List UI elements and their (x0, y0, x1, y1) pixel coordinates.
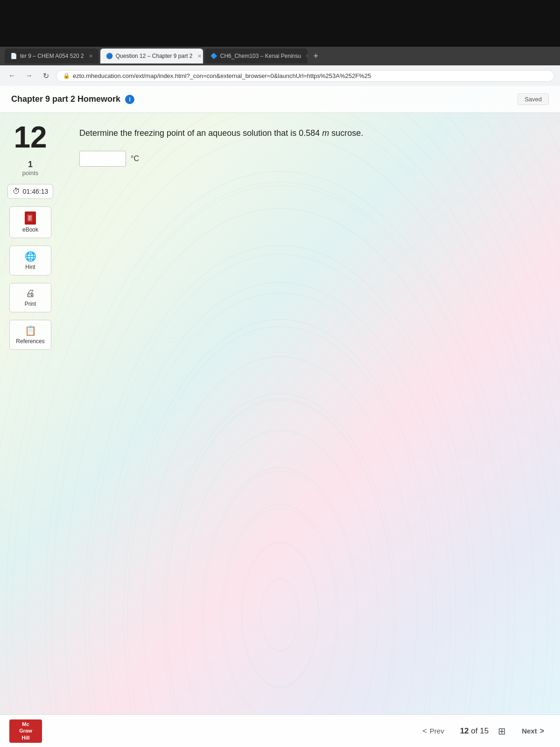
hint-label: Hint (25, 264, 35, 270)
timer-value: 01:46:13 (23, 188, 49, 195)
logo-line2: Graw (19, 727, 32, 734)
unit-label: °C (131, 155, 139, 163)
prev-label: Prev (430, 727, 444, 735)
tab3-close[interactable]: ✕ (306, 53, 308, 59)
logo-line1: Mc (22, 721, 29, 727)
prev-chevron-icon: < (422, 727, 427, 735)
question-area: Determine the freezing point of an aqueo… (61, 113, 560, 359)
page-header: Chapter 9 part 2 Homework i Saved (0, 86, 560, 113)
points-label: points (22, 169, 39, 176)
tab3-label: CH6_Chem103 – Kenai Peninsu (220, 53, 301, 59)
current-page: 12 (460, 726, 469, 735)
grid-view-icon[interactable]: ⊞ (498, 726, 506, 737)
hint-button[interactable]: 🌐 Hint (9, 246, 51, 275)
back-button[interactable]: ← (6, 69, 19, 82)
timer-icon: ⏱ (13, 187, 20, 196)
address-bar: ← → ↻ 🔒 ezto.mheducation.com/ext/map/ind… (0, 65, 560, 86)
question-text-part2: sucrose. (329, 128, 363, 138)
prev-button[interactable]: < Prev (416, 723, 450, 739)
browser-tab-2[interactable]: 🔵 Question 12 – Chapter 9 part 2 ✕ (100, 49, 203, 63)
references-icon: 📋 (25, 325, 36, 336)
saved-badge: Saved (518, 93, 549, 105)
points-info: 1 points (22, 160, 39, 176)
info-icon[interactable]: i (125, 95, 134, 104)
hint-icon: 🌐 (25, 251, 36, 262)
next-label: Next (522, 727, 537, 735)
content-area: 12 1 points ⏱ 01:46:13 (0, 113, 560, 359)
pagination-area: < Prev 12 of 15 ⊞ Next > (416, 723, 551, 739)
address-text: ezto.mheducation.com/ext/map/index.html?… (73, 72, 371, 79)
address-field[interactable]: 🔒 ezto.mheducation.com/ext/map/index.htm… (56, 70, 554, 82)
ebook-label: eBook (22, 226, 38, 233)
browser-tab-3[interactable]: 🔷 CH6_Chem103 – Kenai Peninsu ✕ (205, 49, 308, 63)
main-content: Chapter 9 part 2 Homework i Saved 12 1 p… (0, 86, 560, 747)
ebook-icon (25, 211, 36, 225)
logo-line3: Hill (21, 734, 29, 741)
total-pages: 15 (480, 726, 489, 735)
print-button[interactable]: 🖨 Print (9, 283, 51, 312)
tab2-icon: 🔵 (106, 53, 113, 59)
footer-bar: Mc Graw Hill < Prev 12 of 15 ⊞ Next > (0, 714, 560, 747)
tab1-icon: 📄 (10, 53, 17, 59)
print-icon: 🖨 (26, 288, 35, 299)
answer-input[interactable] (79, 151, 126, 167)
points-value: 1 (22, 160, 39, 169)
tab1-close[interactable]: ✕ (89, 53, 93, 59)
lock-icon: 🔒 (63, 72, 70, 79)
browser-tab-1[interactable]: 📄 ter 9 – CHEM A054 520 2 ✕ (5, 49, 98, 63)
tab3-icon: 🔷 (210, 53, 217, 59)
tab-bar: 📄 ter 9 – CHEM A054 520 2 ✕ 🔵 Question 1… (0, 47, 560, 65)
print-label: Print (25, 301, 36, 307)
page-title-area: Chapter 9 part 2 Homework i (11, 94, 134, 104)
next-button[interactable]: Next > (515, 723, 551, 739)
page-counter: 12 of 15 (460, 726, 489, 736)
add-tab-button[interactable]: + (309, 49, 322, 63)
timer-badge: ⏱ 01:46:13 (7, 184, 54, 199)
tab2-close[interactable]: ✕ (197, 53, 202, 59)
ebook-button[interactable]: eBook (9, 206, 51, 238)
references-button[interactable]: 📋 References (9, 320, 51, 350)
browser-chrome: 📄 ter 9 – CHEM A054 520 2 ✕ 🔵 Question 1… (0, 47, 560, 86)
tab1-label: ter 9 – CHEM A054 520 2 (20, 53, 84, 59)
next-chevron-icon: > (540, 727, 544, 735)
question-text-italic: m (322, 128, 329, 138)
answer-row: °C (79, 151, 541, 167)
question-text-part1: Determine the freezing point of an aqueo… (79, 128, 322, 138)
references-label: References (16, 338, 44, 345)
tab2-label: Question 12 – Chapter 9 part 2 (116, 53, 193, 59)
of-word: of (471, 726, 477, 735)
reload-button[interactable]: ↻ (39, 69, 52, 82)
question-number: 12 (14, 122, 47, 152)
page-title: Chapter 9 part 2 Homework (11, 94, 120, 104)
mcgraw-hill-logo: Mc Graw Hill (9, 719, 42, 743)
forward-button[interactable]: → (22, 69, 35, 82)
question-text: Determine the freezing point of an aqueo… (79, 127, 541, 140)
left-sidebar: 12 1 points ⏱ 01:46:13 (0, 113, 61, 359)
top-bar (0, 0, 560, 47)
